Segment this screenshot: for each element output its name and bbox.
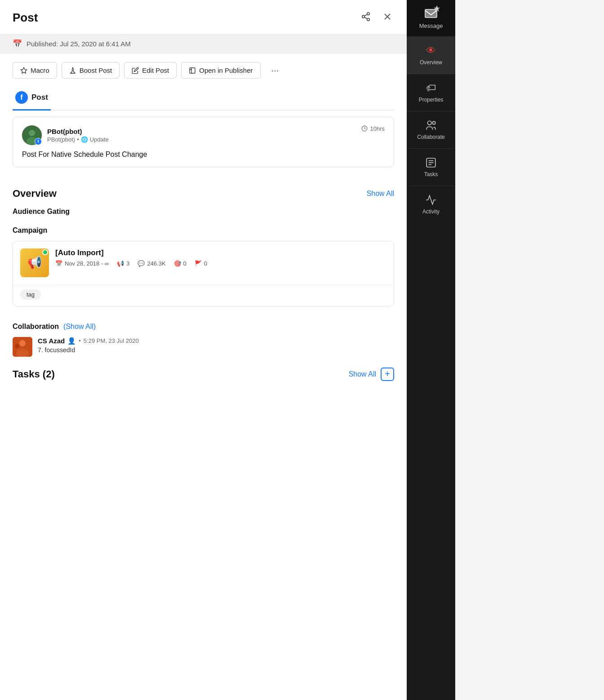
megaphone-icon: 📢 xyxy=(27,256,42,270)
tasks-icon xyxy=(425,157,437,168)
message-icon-wrap xyxy=(424,7,438,20)
active-indicator xyxy=(42,249,48,255)
svg-point-19 xyxy=(427,121,431,125)
overview-sidebar-icon: 👁 xyxy=(426,45,436,57)
campaign-messages: 💬 246.3K xyxy=(138,260,165,267)
author-name: PBot(pbot) xyxy=(47,128,109,135)
more-options-button[interactable]: ··· xyxy=(268,63,283,77)
author-info: PBot(pbot) PBot(pbot) • 🌐 Update xyxy=(47,128,109,143)
boost-post-button[interactable]: Boost Post xyxy=(62,62,120,79)
tasks-right: Show All + xyxy=(349,368,394,381)
post-tab-area: f Post f xyxy=(0,87,407,175)
collaboration-header: Collaboration (Show All) xyxy=(13,323,394,331)
page-title: Post xyxy=(13,11,38,25)
collaboration-title: Collaboration xyxy=(13,323,59,331)
macro-button[interactable]: Macro xyxy=(13,62,57,79)
campaign-posts: 📢 3 xyxy=(117,260,129,267)
sidebar-message-button[interactable]: Message xyxy=(407,0,455,36)
header-icons xyxy=(359,10,394,26)
campaign-info: [Auto Import] 📅 Nov 28, 2018 - ∞ 📢 3 💬 xyxy=(55,248,386,267)
campaign-card: 📢 [Auto Import] 📅 Nov 28, 2018 - ∞ 📢 3 xyxy=(13,241,394,306)
svg-marker-18 xyxy=(434,5,440,12)
collaboration-item: CS Azad 👤 • 5:29 PM, 23 Jul 2020 7. focu… xyxy=(13,337,394,357)
published-text: Published: Jul 25, 2020 at 6:41 AM xyxy=(27,40,131,48)
campaign-name: [Auto Import] xyxy=(55,248,386,257)
message-label: Message xyxy=(419,22,443,29)
campaign-tags: tag xyxy=(13,284,394,306)
share-button[interactable] xyxy=(359,10,373,26)
collaborator-name-row: CS Azad 👤 • 5:29 PM, 23 Jul 2020 xyxy=(38,337,394,345)
svg-line-4 xyxy=(364,14,367,16)
collaborator-name: CS Azad xyxy=(38,337,65,345)
sidebar-item-overview[interactable]: 👁 Overview xyxy=(407,36,455,74)
open-in-publisher-button[interactable]: Open in Publisher xyxy=(181,62,260,79)
close-button[interactable] xyxy=(381,10,394,26)
tag-chip[interactable]: tag xyxy=(20,289,41,300)
tasks-header: Tasks (2) Show All + xyxy=(13,368,394,381)
activity-icon xyxy=(425,194,437,206)
published-bar: 📅 Published: Jul 25, 2020 at 6:41 AM xyxy=(0,34,407,54)
sidebar-collaborate-label: Collaborate xyxy=(417,134,444,140)
audience-gating-title: Audience Gating xyxy=(13,208,394,216)
tasks-title: Tasks (2) xyxy=(13,368,55,380)
post-header: Post xyxy=(0,0,407,34)
target-icon: 🎯 xyxy=(174,260,181,267)
flag-icon: 🚩 xyxy=(195,260,202,267)
collaboration-timestamp: 5:29 PM, 23 Jul 2020 xyxy=(84,337,139,344)
post-author: f PBot(pbot) PBot(pbot) • 🌐 Update xyxy=(22,125,109,145)
post-time: 10hrs xyxy=(361,125,385,132)
svg-point-20 xyxy=(432,121,435,124)
collaboration-time: • xyxy=(79,337,81,344)
sidebar-activity-label: Activity xyxy=(422,208,440,215)
author-sub: PBot(pbot) • 🌐 Update xyxy=(47,136,109,143)
campaign-thumbnail: 📢 xyxy=(20,248,49,277)
properties-sidebar-icon: 🏷 xyxy=(426,82,436,94)
action-buttons: Macro Boost Post Edit Post Open in Publi… xyxy=(0,54,407,87)
campaign-targets: 🎯 0 xyxy=(174,260,187,267)
sidebar-item-tasks[interactable]: Tasks xyxy=(407,148,455,186)
facebook-badge: f xyxy=(35,138,42,145)
author-avatar-wrap: f xyxy=(22,125,42,145)
sidebar-item-properties[interactable]: 🏷 Properties xyxy=(407,74,455,111)
collaborate-icon xyxy=(425,120,437,131)
message-count-icon: 💬 xyxy=(138,260,145,267)
collaboration-section: Collaboration (Show All) CS Azad 👤 • 5:2… xyxy=(0,314,407,357)
post-text: Post For Native Schedule Post Change xyxy=(22,151,385,159)
svg-point-9 xyxy=(29,130,35,136)
svg-point-15 xyxy=(15,344,19,348)
campaign-main: 📢 [Auto Import] 📅 Nov 28, 2018 - ∞ 📢 3 xyxy=(13,241,394,284)
calendar-small-icon: 📅 xyxy=(55,260,62,267)
sidebar-tasks-label: Tasks xyxy=(424,171,438,177)
edit-post-button[interactable]: Edit Post xyxy=(124,62,177,79)
calendar-icon: 📅 xyxy=(13,39,22,49)
collaborator-avatar xyxy=(13,337,32,357)
overview-section: Overview Show All Audience Gating Campai… xyxy=(0,175,407,314)
campaign-date: 📅 Nov 28, 2018 - ∞ xyxy=(55,260,109,267)
overview-show-all-button[interactable]: Show All xyxy=(367,190,394,198)
campaign-title: Campaign xyxy=(13,226,394,235)
publisher-label: Open in Publisher xyxy=(199,66,253,74)
macro-label: Macro xyxy=(31,66,49,74)
post-card: f PBot(pbot) PBot(pbot) • 🌐 Update xyxy=(13,117,394,167)
overview-title: Overview xyxy=(13,188,57,199)
post-tab[interactable]: f Post xyxy=(13,87,51,111)
campaign-meta: 📅 Nov 28, 2018 - ∞ 📢 3 💬 246.3K 🎯 xyxy=(55,260,386,267)
tasks-section: Tasks (2) Show All + xyxy=(0,357,407,391)
post-count-icon: 📢 xyxy=(117,260,124,267)
collaboration-show-all-button[interactable]: (Show All) xyxy=(63,323,96,331)
add-task-button[interactable]: + xyxy=(381,368,394,381)
tasks-show-all-button[interactable]: Show All xyxy=(349,370,376,378)
facebook-icon: f xyxy=(15,91,28,104)
svg-rect-7 xyxy=(190,68,195,73)
svg-point-13 xyxy=(19,340,26,346)
edit-label: Edit Post xyxy=(142,66,169,74)
main-content: Post 📅 Published: Jul 25, 2020 at 6:41 A… xyxy=(0,0,407,700)
post-card-header: f PBot(pbot) PBot(pbot) • 🌐 Update xyxy=(22,125,385,145)
tab-bar: f Post xyxy=(13,87,394,111)
post-tab-label: Post xyxy=(31,93,48,102)
collaboration-text: 7. focussedId xyxy=(38,346,394,354)
right-sidebar: Message 👁 Overview 🏷 Properties Collabor… xyxy=(407,0,455,700)
boost-label: Boost Post xyxy=(80,66,112,74)
sidebar-item-collaborate[interactable]: Collaborate xyxy=(407,111,455,148)
sidebar-item-activity[interactable]: Activity xyxy=(407,186,455,223)
